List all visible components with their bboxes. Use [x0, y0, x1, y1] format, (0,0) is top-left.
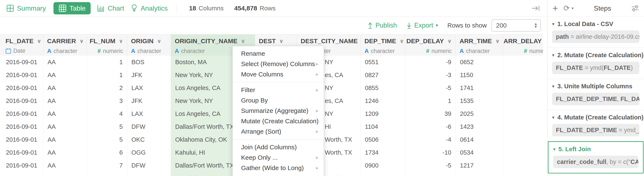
chevron-down-icon[interactable]: ∨: [447, 38, 452, 44]
rows-to-show-select[interactable]: 200 ▲▼: [492, 19, 541, 32]
cell-fl_date: 2016-09-01: [2, 69, 43, 81]
chevron-down-icon[interactable]: ∨: [241, 38, 245, 44]
cell-arr_time: 0652: [456, 56, 503, 69]
column-label: FL_DATE: [6, 38, 34, 45]
chevron-down-icon[interactable]: ∨: [119, 38, 123, 44]
tab-chart[interactable]: Chart: [97, 5, 124, 12]
cell-carrier: AA: [43, 146, 87, 159]
chip-text: FL_DATE: [620, 96, 639, 102]
column-label: DEP_TIME: [364, 38, 396, 45]
step-item[interactable]: ▾4. Mutate (Create Calculation) (1)FL_DA…: [548, 110, 644, 141]
column-name: ARR_DELAY∨: [507, 38, 543, 45]
submenu-arrow-icon: ▸: [316, 71, 318, 77]
menu-item-group-by[interactable]: Group By: [233, 95, 324, 106]
refresh-steps-button[interactable]: ⟳ ▾: [564, 4, 574, 13]
add-step-icon[interactable]: +: [552, 3, 558, 14]
column-name: DEST_CITY_NAME∨: [301, 38, 357, 45]
table-grid-icon: [58, 4, 66, 12]
step-caret-icon[interactable]: ▾: [553, 147, 556, 152]
chip-text: CARRIE…: [630, 158, 638, 165]
menu-item-arrange-sort[interactable]: Arrange (Sort)▸: [233, 126, 324, 137]
step-item[interactable]: ▾1. Local Data - CSVpath = airline-delay…: [548, 17, 644, 48]
menu-item-keep-only[interactable]: Keep Only ...▸: [233, 152, 324, 163]
menu-item-gather-wide-to-long[interactable]: Gather (Wide to Long)▸: [233, 163, 324, 173]
step-caret-icon[interactable]: ▾: [552, 53, 554, 58]
menu-item-label: Select (Remove) Columns: [241, 60, 315, 67]
cell-origin: DFW: [127, 120, 171, 133]
column-header-fl_num[interactable]: FL_NUM∨#numeric: [87, 35, 127, 56]
cell-fl_num: 5: [87, 133, 127, 146]
app-window: Summary Table Chart Analytics: [0, 0, 644, 176]
column-header-origin[interactable]: ORIGIN∨Acharacter: [127, 35, 171, 56]
column-type-label: numeric: [529, 48, 543, 54]
menu-item-filter[interactable]: Filter▸: [233, 85, 324, 95]
top-toolbar: Summary Table Chart Analytics: [0, 0, 547, 17]
step-item[interactable]: ▾5. Left Joincarrier_code_full, by = c("…: [548, 141, 644, 173]
cell-arr_time: 1150: [456, 69, 503, 81]
cell-arr_time: 0614: [456, 133, 503, 146]
cell-arr_time: 1217: [456, 159, 503, 172]
menu-item-mutate-create-calculation[interactable]: Mutate (Create Calculation): [233, 116, 324, 126]
column-type: Acharacter: [131, 48, 167, 54]
cell-dep_delay: -5: [405, 81, 456, 95]
tab-summary[interactable]: Summary: [6, 5, 46, 12]
menu-item-select-remove-columns[interactable]: Select (Remove) Columns▸: [233, 59, 324, 69]
cell-origin: HNL: [127, 172, 171, 176]
cell-fl_num: 4: [87, 107, 127, 120]
spinner-icon: ▲▼: [534, 23, 538, 28]
menu-item-label: Group By: [241, 97, 268, 104]
cell-dep_delay: -7: [405, 172, 456, 176]
chevron-down-icon[interactable]: ∨: [495, 38, 500, 44]
step-caret-icon[interactable]: ▾: [552, 84, 554, 89]
column-type: Acharacter: [364, 48, 401, 54]
collapse-panel-icon[interactable]: [532, 5, 540, 12]
step-caret-icon[interactable]: ▾: [552, 115, 554, 120]
menu-item-label: Join (Add Columns): [241, 144, 297, 151]
chip-text: , by = c(": [606, 158, 630, 165]
step-title-label: 3. Unite Multiple Columns: [557, 83, 632, 90]
tab-table[interactable]: Table: [54, 2, 91, 14]
menu-item-move-columns[interactable]: Move Columns▸: [233, 69, 324, 79]
cell-arr_delay: [503, 69, 543, 81]
menu-item-join-add-columns[interactable]: Join (Add Columns): [233, 142, 324, 152]
column-header-dep_delay[interactable]: DEP_DELAY∨#numeric: [405, 35, 456, 56]
steps-settings-icon[interactable]: [631, 5, 639, 12]
menu-item-rename[interactable]: Rename: [233, 48, 324, 59]
step-caret-icon[interactable]: ▾: [552, 21, 554, 27]
chevron-down-icon[interactable]: ∨: [157, 38, 162, 44]
step-summary-chip: FL_DATE = ymd(FL_DATE): [552, 62, 639, 74]
menu-item-summarize-aggregate[interactable]: Summarize (Aggregate)▸: [233, 106, 324, 116]
cell-fl_date: 2016-09-01: [2, 172, 43, 176]
chevron-down-icon[interactable]: ∨: [279, 38, 284, 44]
lightbulb-icon: [130, 4, 138, 13]
publish-button[interactable]: Publish: [368, 22, 397, 29]
column-header-arr_time[interactable]: ARR_TIME∨Acharacter: [456, 35, 503, 56]
export-button[interactable]: Export ▾: [406, 22, 438, 29]
chevron-down-icon[interactable]: ∨: [400, 38, 404, 44]
column-header-arr_delay[interactable]: ARR_DELAY∨#numeric: [503, 35, 543, 56]
cell-fl_num: 3: [87, 95, 127, 107]
chevron-down-icon[interactable]: ∨: [37, 38, 42, 44]
submenu-arrow-icon: ▸: [316, 87, 318, 93]
cell-dep_time: 0855: [361, 81, 405, 95]
menu-item-label: Mutate (Create Calculation): [241, 118, 318, 125]
step-item[interactable]: ▾2. Mutate (Create Calculation) (1)FL_DA…: [548, 48, 644, 79]
cell-fl_date: 2016-09-01: [2, 159, 43, 172]
tab-analytics[interactable]: Analytics: [130, 4, 168, 13]
submenu-arrow-icon: ▸: [316, 164, 318, 171]
column-name: DEST∨: [259, 38, 293, 45]
column-header-fl_date[interactable]: FL_DATE∨Date: [2, 35, 43, 56]
toolbar-divider: [176, 4, 176, 13]
column-header-carrier[interactable]: CARRIER∨Acharacter: [43, 35, 87, 56]
cell-fl_date: 2016-09-01: [2, 95, 43, 107]
step-title: ▾5. Left Join: [553, 146, 638, 153]
export-icon: [406, 22, 412, 29]
step-summary-chip: FL_DATE_DEP_TIME = ymd_hm(F…: [552, 124, 639, 136]
cell-arr_delay: [503, 120, 543, 133]
step-item[interactable]: ▾3. Unite Multiple ColumnsFL_DATE_DEP_TI…: [548, 79, 644, 110]
menu-item-label: Filter: [241, 86, 255, 94]
chevron-down-icon[interactable]: ∨: [80, 38, 84, 44]
column-header-dep_time[interactable]: DEP_TIME∨Acharacter: [361, 35, 405, 56]
column-type-label: character: [466, 48, 490, 54]
summary-grid-icon: [6, 5, 14, 12]
